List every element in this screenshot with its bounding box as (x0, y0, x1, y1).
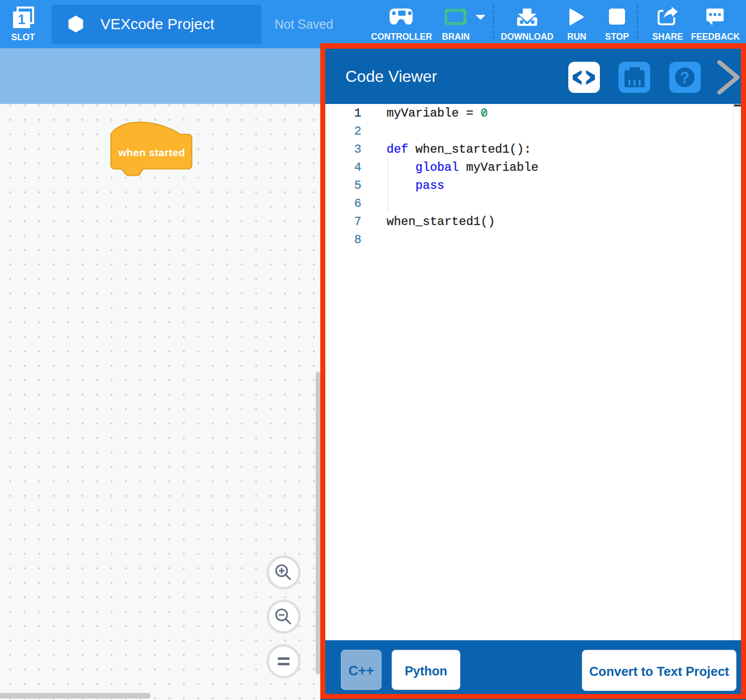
svg-text:when started: when started (117, 147, 185, 158)
svg-text:?: ? (680, 69, 690, 86)
svg-text:SLOT: SLOT (11, 32, 35, 42)
svg-text:1: 1 (18, 12, 25, 27)
